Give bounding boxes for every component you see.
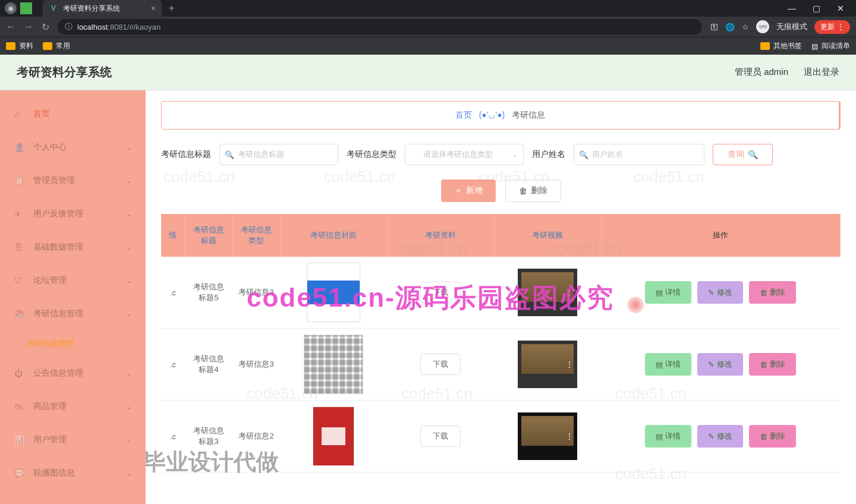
search-icon: 🔍	[748, 150, 758, 159]
th-type: 考研信息类型	[232, 214, 280, 257]
shield-icon: 🛡	[14, 276, 25, 285]
delete-button[interactable]: 🗑删除	[749, 425, 796, 448]
edit-icon: ✎	[708, 432, 715, 441]
url-bar[interactable]: ⓘ localhost :8081 /#/kaoyan	[58, 19, 702, 34]
chevron-down-icon: ⌄	[127, 437, 131, 443]
breadcrumb-home[interactable]: 首页	[455, 110, 472, 119]
cell-type: 考研信息2	[232, 401, 280, 472]
bookmark-folder-2[interactable]: 常用	[43, 41, 70, 51]
key-icon[interactable]: ⚿	[710, 23, 718, 32]
folder-icon	[43, 42, 52, 50]
browser-tab-active[interactable]: V 考研资料分享系统 ×	[43, 0, 162, 17]
table-row: .c 考研信息标题4 考研信息3 下载 ▤详情 ✎修改 🗑删除	[161, 329, 841, 401]
download-button[interactable]: 下载	[420, 426, 461, 447]
image-icon: 💬	[14, 468, 25, 478]
detail-button[interactable]: ▤详情	[645, 353, 691, 376]
plus-icon: ＋	[454, 185, 462, 196]
incognito-icon: 👓	[756, 20, 769, 33]
power-icon: ⏻	[14, 368, 25, 378]
sidebar-item-user[interactable]: 📊 用户管理 ⌄	[0, 423, 146, 456]
reading-list[interactable]: ▤ 阅读清单	[811, 41, 850, 51]
clipboard-icon: 📋	[14, 176, 25, 185]
url-port: :8081	[108, 23, 127, 32]
cell-video	[494, 257, 601, 329]
folder-icon	[6, 42, 15, 50]
cover-thumb[interactable]	[304, 335, 363, 394]
video-thumb[interactable]	[518, 341, 577, 388]
bulk-delete-button[interactable]: 🗑 删除	[505, 179, 561, 202]
chevron-down-icon: ⌄	[127, 144, 131, 151]
edit-button[interactable]: ✎修改	[697, 425, 743, 448]
edit-button[interactable]: ✎修改	[697, 353, 743, 376]
back-icon[interactable]: ←	[6, 21, 15, 32]
query-button[interactable]: 查询 🔍	[713, 144, 773, 165]
detail-icon: ▤	[656, 360, 663, 369]
cell-title: 考研信息标题3	[185, 401, 232, 472]
url-host: localhost	[77, 23, 108, 32]
data-table: 情 考研信息标题 考研信息类型 考研信息封面 考研资料 考研视频 操作 .c 考…	[161, 214, 841, 472]
sidebar-item-goods[interactable]: 🛍 商品管理 ⌄	[0, 390, 146, 423]
sidebar-item-notice[interactable]: ⏻ 公告信息管理 ⌄	[0, 357, 146, 390]
chevron-down-icon: ⌄	[127, 278, 131, 284]
delete-button[interactable]: 🗑删除	[749, 281, 796, 304]
cell-ops: ▤详情 ✎修改 🗑删除	[601, 257, 841, 329]
sidebar-item-carousel[interactable]: 💬 轮播图信息 ⌄	[0, 456, 146, 490]
th-cover: 考研信息封面	[280, 214, 387, 257]
cell-ext: .c	[161, 401, 185, 472]
type-filter-select[interactable]: 请选择考研信息类型 ⌄	[405, 144, 524, 165]
sidebar-subitem-kaoyan-info[interactable]: 考研信息管理	[0, 330, 146, 357]
cell-cover	[280, 329, 387, 401]
reload-icon[interactable]: ↻	[42, 21, 49, 33]
detail-button[interactable]: ▤详情	[645, 281, 691, 304]
forward-icon[interactable]: →	[24, 21, 33, 32]
update-button[interactable]: 更新⋮	[814, 20, 850, 34]
user-icon: 👤	[14, 143, 25, 152]
user-filter-input[interactable]: 用户姓名	[574, 144, 704, 165]
video-thumb[interactable]	[518, 269, 577, 316]
maximize-icon[interactable]: ▢	[813, 4, 820, 13]
star-icon[interactable]: ☆	[742, 23, 749, 32]
minimize-icon[interactable]: —	[788, 4, 796, 13]
chevron-down-icon: ⌄	[127, 311, 131, 317]
close-window-icon[interactable]: ✕	[837, 4, 844, 13]
bookmark-folder-1[interactable]: 资料	[6, 41, 33, 51]
translate-icon[interactable]: 🌐	[725, 23, 735, 32]
trash-icon: 🗑	[519, 186, 527, 196]
trash-icon: 🗑	[760, 360, 767, 369]
edit-button[interactable]: ✎修改	[697, 281, 743, 304]
delete-button[interactable]: 🗑删除	[749, 353, 796, 376]
admin-label[interactable]: 管理员 admin	[735, 67, 788, 78]
table-header-row: 情 考研信息标题 考研信息类型 考研信息封面 考研资料 考研视频 操作	[161, 214, 841, 257]
table-row: .c 考研信息标题5 考研信息3 下载 ▤详情 ✎修改 🗑删除	[161, 257, 841, 329]
sidebar-item-personal[interactable]: 👤 个人中心 ⌄	[0, 131, 146, 164]
detail-button[interactable]: ▤详情	[645, 425, 691, 448]
download-button[interactable]: 下载	[420, 282, 461, 303]
sidebar-item-forum[interactable]: 🛡 论坛管理 ⌄	[0, 264, 146, 297]
close-icon[interactable]: ×	[151, 4, 156, 13]
app-icon[interactable]	[20, 2, 32, 14]
breadcrumb: 首页 (●'◡'●) 考研信息	[161, 101, 841, 130]
cover-thumb[interactable]	[313, 407, 354, 466]
sidebar-item-basedata[interactable]: 🗄 基础数据管理 ⌄	[0, 231, 146, 264]
globe-icon[interactable]: ◉	[5, 2, 17, 14]
breadcrumb-current: 考研信息	[512, 110, 545, 119]
video-thumb[interactable]	[518, 412, 577, 460]
new-tab-button[interactable]: +	[169, 3, 174, 14]
table-row: .c 考研信息标题3 考研信息2 下载 ▤详情 ✎修改 🗑删除	[161, 401, 841, 472]
add-button[interactable]: ＋ 新增	[441, 179, 496, 202]
sidebar-item-kaoyan[interactable]: 📚 考研信息管理 ⌄	[0, 297, 146, 330]
send-icon: ✈	[14, 209, 25, 219]
url-path: /#/kaoyan	[127, 23, 160, 32]
download-button[interactable]: 下载	[420, 354, 461, 375]
edit-icon: ✎	[708, 360, 715, 369]
sidebar-item-feedback[interactable]: ✈ 用户反馈管理 ⌄	[0, 197, 146, 231]
other-bookmarks[interactable]: 其他书签	[760, 41, 802, 51]
cell-ext: .c	[161, 329, 185, 401]
logout-link[interactable]: 退出登录	[804, 67, 839, 78]
cover-thumb[interactable]	[307, 263, 360, 322]
th-title: 考研信息标题	[185, 214, 232, 257]
sidebar-item-admin[interactable]: 📋 管理员管理 ⌄	[0, 164, 146, 197]
sidebar-item-home[interactable]: ⌂ 首页	[0, 97, 146, 131]
title-filter-input[interactable]: 考研信息标题	[219, 144, 338, 165]
th-ext: 情	[161, 214, 185, 257]
